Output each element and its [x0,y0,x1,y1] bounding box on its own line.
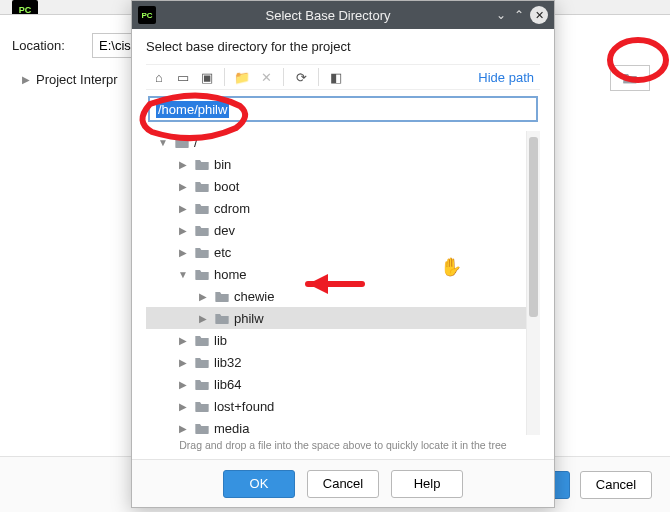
pycharm-app-icon: PC [138,6,156,24]
expand-toggle-icon[interactable]: ▶ [176,225,190,236]
dialog-instruction: Select base directory for the project [146,39,540,54]
background-cancel-button[interactable]: Cancel [580,471,652,499]
expand-toggle-icon[interactable]: ▶ [176,379,190,390]
expand-toggle-icon[interactable]: ▶ [176,357,190,368]
directory-tree: ▼/▶bin▶boot▶cdrom▶dev▶etc▼home▶chewie▶ph… [146,130,540,435]
folder-icon [214,311,230,325]
folder-icon [194,223,210,237]
tree-node-lib64[interactable]: ▶lib64 [146,373,540,395]
tree-node-label: lost+found [214,399,274,414]
tree-node-label: home [214,267,247,282]
tree-node-label: cdrom [214,201,250,216]
tree-node-lost-found[interactable]: ▶lost+found [146,395,540,417]
path-input-value: /home/philw [156,101,229,118]
chevron-right-icon: ▶ [22,74,30,85]
expand-toggle-icon[interactable]: ▶ [176,181,190,192]
folder-icon [194,355,210,369]
scrollbar[interactable] [526,131,540,435]
folder-icon [194,245,210,259]
tree-node-media[interactable]: ▶media [146,417,540,435]
tree-node-label: lib32 [214,355,241,370]
tree-node-label: lib [214,333,227,348]
tree-node-bin[interactable]: ▶bin [146,153,540,175]
directory-tree-scroll[interactable]: ▼/▶bin▶boot▶cdrom▶dev▶etc▼home▶chewie▶ph… [146,131,540,435]
titlebar: PC Select Base Directory ⌄ ⌃ ✕ [132,1,554,29]
tree-node-philw[interactable]: ▶philw [146,307,540,329]
folder-icon [194,179,210,193]
tree-node-label: philw [234,311,264,326]
hand-cursor-icon: ✋ [440,256,462,278]
browse-button[interactable] [610,65,650,91]
folder-icon [194,377,210,391]
folder-open-icon [622,71,638,85]
folder-icon [214,289,230,303]
expand-toggle-icon[interactable]: ▶ [176,247,190,258]
tree-node-label: lib64 [214,377,241,392]
tree-node-label: / [194,135,198,150]
folder-icon [194,201,210,215]
tree-node-etc[interactable]: ▶etc [146,241,540,263]
expand-toggle-icon[interactable]: ▶ [196,291,210,302]
folder-icon [194,333,210,347]
drag-drop-hint: Drag and drop a file into the space abov… [146,435,540,459]
expand-toggle-icon[interactable]: ▶ [176,401,190,412]
chevron-down-icon[interactable]: ⌄ [494,8,508,22]
expand-toggle-icon[interactable]: ▶ [176,203,190,214]
folder-icon [194,267,210,281]
tree-node-label: bin [214,157,231,172]
separator [318,68,319,86]
expand-toggle-icon[interactable]: ▼ [176,269,190,280]
tree-node-boot[interactable]: ▶boot [146,175,540,197]
select-base-directory-dialog: PC Select Base Directory ⌄ ⌃ ✕ Select ba… [131,0,555,508]
folder-icon [194,399,210,413]
ok-button[interactable]: OK [223,470,295,498]
refresh-icon[interactable]: ⟳ [290,66,312,88]
dialog-title: Select Base Directory [162,8,494,23]
expand-toggle-icon[interactable]: ▶ [176,423,190,434]
tree-node-label: boot [214,179,239,194]
tree-node-label: etc [214,245,231,260]
expand-toggle-icon[interactable]: ▶ [176,159,190,170]
location-label: Location: [12,38,92,53]
separator [283,68,284,86]
chevron-up-icon[interactable]: ⌃ [512,8,526,22]
tree-node-label: media [214,421,249,436]
tree-node-chewie[interactable]: ▶chewie [146,285,540,307]
folder-icon [174,135,190,149]
desktop-icon[interactable]: ▭ [172,66,194,88]
tree-node-label: dev [214,223,235,238]
tree-node-cdrom[interactable]: ▶cdrom [146,197,540,219]
scrollbar-thumb[interactable] [529,137,538,317]
close-icon[interactable]: ✕ [530,6,548,24]
help-button[interactable]: Help [391,470,463,498]
project-icon[interactable]: ▣ [196,66,218,88]
separator [224,68,225,86]
dialog-footer: OK Cancel Help [132,459,554,507]
expand-toggle-icon[interactable]: ▶ [196,313,210,324]
tree-node-home[interactable]: ▼home [146,263,540,285]
show-hidden-icon[interactable]: ◧ [325,66,347,88]
tree-node-lib32[interactable]: ▶lib32 [146,351,540,373]
project-interpreter-label: Project Interpr [36,72,118,87]
new-folder-icon[interactable]: 📁 [231,66,253,88]
tree-node-dev[interactable]: ▶dev [146,219,540,241]
hide-path-link[interactable]: Hide path [478,70,538,85]
expand-toggle-icon[interactable]: ▼ [156,137,170,148]
tree-node-lib[interactable]: ▶lib [146,329,540,351]
home-icon[interactable]: ⌂ [148,66,170,88]
folder-icon [194,421,210,435]
folder-icon [194,157,210,171]
delete-icon[interactable]: ✕ [255,66,277,88]
toolbar: ⌂ ▭ ▣ 📁 ✕ ⟳ ◧ Hide path [146,64,540,90]
cancel-button[interactable]: Cancel [307,470,379,498]
tree-root[interactable]: ▼/ [146,131,540,153]
tree-node-label: chewie [234,289,274,304]
expand-toggle-icon[interactable]: ▶ [176,335,190,346]
path-input[interactable]: /home/philw [148,96,538,122]
